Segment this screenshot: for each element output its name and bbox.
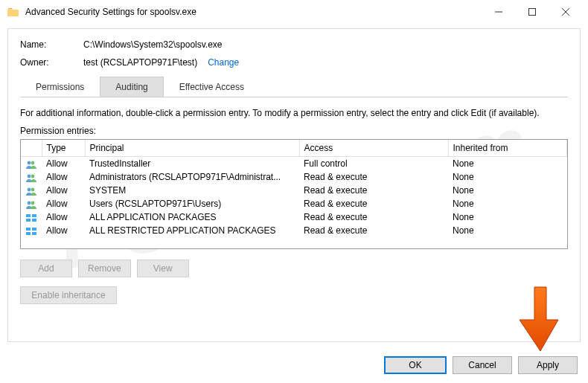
window-title: Advanced Security Settings for spoolsv.e…	[25, 7, 196, 17]
cell-type: Allow	[42, 224, 85, 237]
cell-inherited: None	[448, 184, 567, 197]
principal-icon	[21, 224, 42, 237]
svg-point-4	[28, 161, 31, 164]
svg-rect-16	[26, 228, 31, 231]
cell-principal: SYSTEM	[85, 184, 299, 197]
tab-effective-access[interactable]: Effective Access	[164, 77, 260, 97]
col-principal-header[interactable]: Principal	[85, 140, 299, 157]
principal-icon	[21, 197, 42, 210]
tab-strip: Permissions Auditing Effective Access	[20, 77, 568, 97]
col-access-header[interactable]: Access	[299, 140, 448, 157]
apply-button[interactable]: Apply	[518, 356, 578, 374]
cell-access: Read & execute	[299, 224, 448, 237]
table-row[interactable]: AllowSYSTEMRead & executeNone	[21, 184, 567, 197]
cell-type: Allow	[42, 197, 85, 210]
minimize-button[interactable]	[482, 1, 515, 22]
name-value: C:\Windows\System32\spoolsv.exe	[83, 39, 223, 50]
col-type-header[interactable]: Type	[42, 140, 85, 157]
svg-point-7	[31, 174, 35, 178]
dialog-footer: OK Cancel Apply	[384, 356, 578, 374]
svg-rect-12	[26, 214, 31, 217]
principal-icon	[21, 170, 42, 184]
svg-rect-19	[32, 232, 36, 235]
cell-principal: Administrators (RCSLAPTOP971F\Administra…	[85, 170, 299, 184]
svg-point-6	[28, 174, 31, 178]
svg-point-11	[31, 201, 35, 205]
cell-inherited: None	[448, 224, 567, 237]
principal-icon	[21, 184, 42, 197]
svg-rect-18	[26, 232, 31, 235]
cell-type: Allow	[42, 157, 85, 171]
table-row[interactable]: AllowALL RESTRICTED APPLICATION PACKAGES…	[21, 224, 567, 237]
cell-type: Allow	[42, 184, 85, 197]
cell-inherited: None	[448, 170, 567, 184]
cell-principal: ALL APPLICATION PACKAGES	[85, 210, 299, 224]
ok-button[interactable]: OK	[384, 356, 447, 374]
cell-inherited: None	[448, 157, 567, 171]
add-button[interactable]: Add	[20, 260, 72, 277]
cell-inherited: None	[448, 197, 567, 210]
view-button[interactable]: View	[137, 260, 189, 277]
svg-rect-1	[528, 9, 535, 16]
permission-entries-table[interactable]: Type Principal Access Inherited from All…	[20, 139, 568, 249]
change-owner-link[interactable]: Change	[208, 57, 239, 68]
cell-principal: ALL RESTRICTED APPLICATION PACKAGES	[85, 224, 299, 237]
table-row[interactable]: AllowALL APPLICATION PACKAGESRead & exec…	[21, 210, 567, 224]
svg-point-5	[31, 161, 35, 164]
owner-label: Owner:	[20, 57, 83, 68]
cell-access: Read & execute	[299, 170, 448, 184]
svg-rect-17	[32, 228, 36, 231]
svg-point-8	[28, 187, 31, 191]
close-button[interactable]	[549, 1, 582, 22]
cancel-button[interactable]: Cancel	[453, 356, 512, 374]
cell-type: Allow	[42, 210, 85, 224]
table-row[interactable]: AllowAdministrators (RCSLAPTOP971F\Admin…	[21, 170, 567, 184]
tab-permissions[interactable]: Permissions	[20, 77, 100, 97]
cell-access: Read & execute	[299, 184, 448, 197]
principal-icon	[21, 157, 42, 171]
cell-principal: Users (RCSLAPTOP971F\Users)	[85, 197, 299, 210]
svg-rect-15	[32, 219, 36, 222]
cell-inherited: None	[448, 210, 567, 224]
owner-value: test (RCSLAPTOP971F\test)	[83, 57, 197, 68]
svg-rect-14	[26, 219, 31, 222]
dialog-content: Name: C:\Windows\System32\spoolsv.exe Ow…	[7, 28, 581, 342]
cell-type: Allow	[42, 170, 85, 184]
table-row[interactable]: AllowTrustedInstallerFull controlNone	[21, 157, 567, 171]
info-text: For additional information, double-click…	[20, 108, 568, 118]
enable-inheritance-button[interactable]: Enable inheritance	[20, 286, 117, 304]
name-label: Name:	[20, 39, 83, 50]
svg-rect-13	[32, 214, 36, 217]
principal-icon	[21, 210, 42, 224]
svg-point-9	[31, 187, 35, 191]
cell-access: Full control	[299, 157, 448, 171]
cell-principal: TrustedInstaller	[85, 157, 299, 171]
remove-button[interactable]: Remove	[78, 260, 131, 277]
entries-label: Permission entries:	[20, 126, 568, 136]
cell-access: Read & execute	[299, 197, 448, 210]
tab-auditing[interactable]: Auditing	[100, 77, 163, 97]
svg-point-10	[28, 201, 31, 205]
maximize-button[interactable]	[515, 1, 549, 22]
col-icon-header[interactable]	[21, 140, 42, 157]
col-inherited-header[interactable]: Inherited from	[448, 140, 567, 157]
cell-access: Read & execute	[299, 210, 448, 224]
folder-icon	[7, 6, 19, 18]
table-row[interactable]: AllowUsers (RCSLAPTOP971F\Users)Read & e…	[21, 197, 567, 210]
window-titlebar: Advanced Security Settings for spoolsv.e…	[0, 0, 588, 24]
